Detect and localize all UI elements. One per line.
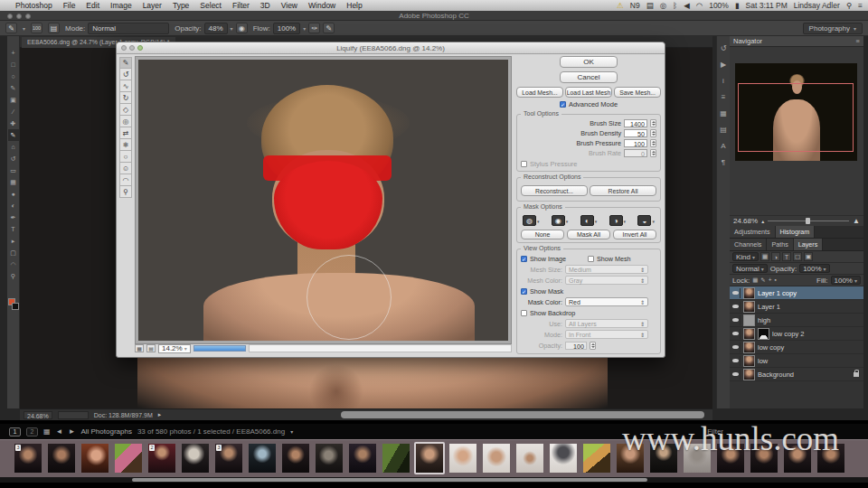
timemachine-icon[interactable]: ◎ — [660, 1, 666, 10]
visibility-toggle[interactable] — [731, 329, 741, 339]
brush-option-value[interactable]: 50 — [624, 129, 647, 137]
menu-item[interactable]: Help — [345, 1, 363, 10]
filmstrip-info[interactable]: 33 of 580 photos / 1 selected / EE8A5066… — [137, 427, 285, 436]
filter-kind-select[interactable]: Kind▾ — [732, 252, 759, 261]
menu-item[interactable]: Select — [199, 1, 222, 10]
filmstrip-cell[interactable] — [381, 442, 411, 474]
filmstrip-cell[interactable] — [280, 442, 311, 474]
thaw-mask-tool[interactable]: ○ — [119, 151, 132, 163]
mask-action-button[interactable]: Invert All — [613, 230, 656, 239]
mask-mode-caret-icon[interactable]: ▾ — [652, 219, 655, 224]
menu-item[interactable]: Layer — [142, 1, 163, 10]
panel-tab[interactable]: Layers — [794, 239, 824, 250]
pressure-opacity-icon[interactable]: ◉ — [236, 23, 248, 33]
bluetooth-icon[interactable]: ᛒ — [673, 1, 677, 10]
panel-menu-icon[interactable]: ≡ — [856, 37, 860, 45]
show-mask-checkbox[interactable]: ✓ — [521, 288, 527, 295]
layer-row[interactable]: high — [730, 314, 863, 327]
lock-option-icon[interactable]: ✎ — [760, 277, 765, 284]
next-photo-icon[interactable]: ► — [68, 427, 75, 436]
blend-mode-select[interactable]: Normal — [88, 23, 169, 34]
brush-option-value[interactable]: 1400 — [624, 119, 647, 127]
opacity-caret-icon[interactable]: ▾ — [231, 25, 233, 32]
layer-row[interactable]: Background — [730, 368, 863, 381]
filmstrip-thumbnail[interactable] — [516, 444, 543, 473]
advanced-mode-checkbox[interactable]: ✓ — [560, 101, 566, 108]
histogram-panel-icon[interactable]: ▦ — [718, 108, 729, 118]
filmstrip-thumbnail[interactable] — [282, 444, 309, 473]
stylus-pressure-checkbox[interactable] — [521, 161, 527, 167]
filter-type-icon[interactable]: ▢ — [793, 252, 802, 261]
navigator-zoom[interactable]: 24.68% — [733, 217, 758, 225]
filmstrip-info-caret-icon[interactable]: ▾ — [290, 428, 293, 435]
zoom-field[interactable]: 24.68% — [24, 411, 52, 419]
device-preview-panel-icon[interactable]: ▤ — [718, 125, 729, 135]
navigator-thumbnail[interactable] — [735, 63, 857, 161]
layer-thumbnail[interactable] — [743, 355, 755, 367]
filter-type-icon[interactable]: ◑ — [771, 252, 780, 261]
filmstrip-cell[interactable] — [581, 442, 612, 474]
previous-photo-icon[interactable]: ◄ — [56, 427, 63, 436]
face-tool[interactable]: ☺ — [119, 163, 132, 174]
filmstrip-cell[interactable] — [113, 442, 144, 474]
layer-name[interactable]: Background — [758, 371, 851, 379]
user-menu[interactable]: Lindsay Adler — [794, 1, 840, 10]
filmstrip-cell[interactable] — [180, 442, 211, 474]
menu-item[interactable]: Image — [109, 1, 133, 10]
layer-row[interactable]: low copy — [730, 341, 863, 354]
lock-option-icon[interactable]: ▦ — [752, 277, 758, 284]
filmstrip-thumbnail[interactable] — [81, 444, 108, 473]
main-window-button[interactable]: 1 — [9, 427, 21, 436]
stepper[interactable] — [650, 119, 656, 127]
panel-tab[interactable]: Adjustments — [730, 226, 776, 238]
history-brush-tool[interactable]: ↺ — [8, 153, 19, 164]
second-window-button[interactable]: 2 — [26, 427, 38, 436]
show-image-checkbox[interactable]: ✓ — [521, 256, 527, 262]
healing-brush-tool[interactable]: ✚ — [8, 117, 19, 129]
info-panel-icon[interactable]: i — [718, 76, 729, 86]
menu-item[interactable]: File — [62, 1, 77, 10]
layer-row[interactable]: low copy 2 — [730, 327, 863, 341]
history-panel-icon[interactable]: ↺ — [718, 43, 729, 53]
layer-row[interactable]: low — [730, 354, 863, 368]
mask-action-button[interactable]: Mask All — [567, 230, 610, 239]
marquee-tool[interactable]: □ — [8, 59, 19, 70]
stepper[interactable] — [650, 149, 656, 157]
visibility-toggle[interactable] — [731, 370, 741, 380]
intersect-with-selection-icon[interactable]: ◑ ▾ — [609, 215, 627, 226]
filter-type-icon[interactable]: T — [782, 252, 791, 261]
clone-stamp-tool[interactable]: ⌂ — [8, 141, 19, 153]
filmstrip-cell[interactable] — [548, 442, 579, 474]
smooth-tool[interactable]: ∿ — [119, 80, 132, 92]
filmstrip-thumbnail[interactable] — [449, 444, 476, 473]
crop-tool[interactable]: ▣ — [8, 94, 19, 106]
pressure-size-icon[interactable]: ✎ — [323, 23, 335, 33]
invert-selection-icon[interactable]: ◒ ▾ — [637, 215, 655, 226]
filmstrip-thumbnail[interactable] — [583, 444, 610, 473]
filmstrip-cell[interactable] — [481, 442, 512, 474]
layer-name[interactable]: low copy 2 — [772, 330, 862, 338]
notification-center-icon[interactable]: ≡ — [858, 1, 863, 10]
save-mesh-button[interactable]: Save Mesh... — [614, 87, 661, 98]
panel-tab[interactable]: Channels — [730, 239, 767, 250]
path-selection-tool[interactable]: ▸ — [8, 235, 19, 247]
menu-item[interactable]: Photoshop — [14, 1, 53, 10]
filmstrip-cell[interactable]: 2 — [146, 442, 177, 474]
character-panel-icon[interactable]: A — [718, 141, 729, 151]
airbrush-icon[interactable]: ✑ — [308, 23, 320, 33]
zoom-out-icon[interactable]: ▴ — [761, 218, 764, 224]
spotlight-icon[interactable]: ⚲ — [846, 1, 852, 10]
filmstrip-source[interactable]: All Photographs — [80, 427, 131, 436]
opacity-select[interactable]: 48% — [204, 23, 228, 34]
filmstrip-thumbnail[interactable] — [382, 444, 410, 473]
liquify-preview[interactable] — [135, 56, 512, 344]
layer-thumbnail[interactable] — [743, 328, 755, 340]
freeze-mask-tool[interactable]: ❄ — [119, 139, 132, 151]
brush-tool-preset-icon[interactable]: ✎ — [5, 23, 17, 33]
navigator-header[interactable]: Navigator ≡ — [730, 36, 863, 47]
display-icon[interactable]: ▤ — [646, 1, 654, 10]
layer-thumbnail[interactable] — [743, 287, 755, 299]
liquify-title-bar[interactable]: Liquify (EE8A5066.dng @ 14.2%) — [117, 42, 665, 54]
panel-tab[interactable]: Histogram — [776, 226, 816, 238]
clock[interactable]: Sat 3:11 PM — [746, 1, 788, 10]
